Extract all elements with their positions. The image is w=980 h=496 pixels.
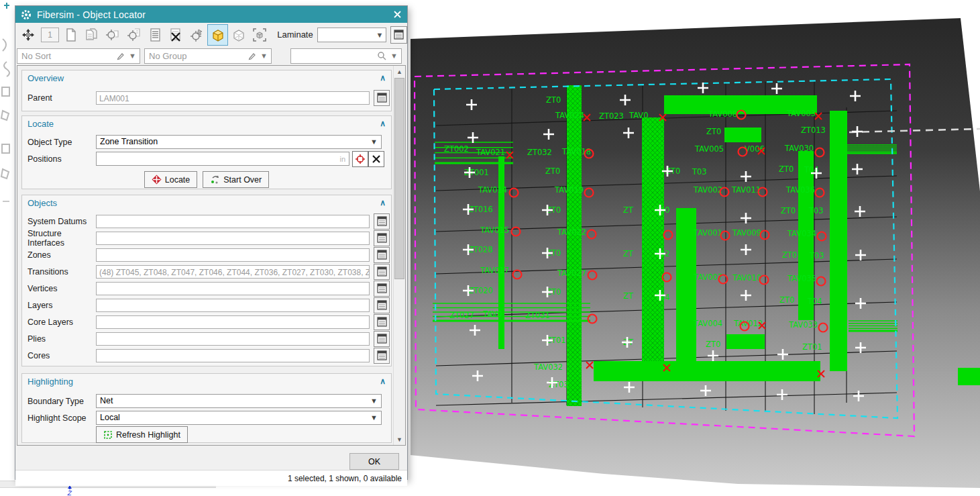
highlighted-transition-band[interactable] [726,334,765,349]
chevron-down-icon: ▼ [370,394,378,408]
list-picker-button[interactable] [374,348,390,364]
object-label: ZT031 [525,311,550,320]
chevron-down-icon[interactable]: ▼ [374,31,386,39]
pick-position-button[interactable] [352,151,368,167]
list-picker-button[interactable] [374,314,390,330]
z-axis-triad-icon: Z [63,485,76,496]
boundary-type-select[interactable]: Net ▼ [96,394,382,408]
highlight-scope-select[interactable]: Local ▼ [96,411,382,425]
object-label: ZT0 [782,250,797,260]
field-input[interactable] [96,232,370,245]
pencil-icon [248,51,257,60]
highlighted-transition-band[interactable] [830,111,847,371]
refresh-highlight-button[interactable]: Refresh Highlight [96,426,188,443]
object-label: ZT0 [706,340,720,349]
collapse-chevron-icon[interactable]: ∧ [380,119,386,128]
wireframe-box-icon[interactable] [229,24,249,46]
object-label: ZT0 [781,206,796,215]
locate-pages-icon[interactable] [123,24,144,46]
laminate-list-button[interactable] [390,26,407,44]
field-label: Layers [28,301,96,310]
field-input[interactable] [96,299,370,312]
list-picker-button[interactable] [374,230,390,246]
new-page-icon[interactable] [61,24,81,46]
object-label: TAV014 [478,185,507,195]
field-input[interactable] [96,248,370,262]
close-icon[interactable] [387,6,407,23]
locate-diamond-icon [152,175,162,185]
field-input[interactable]: (48) ZT045, ZT048, ZT047, ZT046, ZT044, … [96,265,370,279]
locate-page-icon[interactable] [103,24,123,46]
field-input[interactable] [96,349,370,362]
scroll-up-icon[interactable]: ▲ [394,66,405,77]
collapse-chevron-icon[interactable]: ∧ [380,377,386,386]
count-box[interactable]: 1 [41,28,58,42]
copy-pages-icon[interactable] [82,24,102,46]
object-type-select[interactable]: Zone Transition ▼ [96,135,382,149]
ok-button[interactable]: OK [349,453,399,470]
object-field-row: System Datums [22,213,391,230]
dialog-titlebar[interactable]: Fibersim - Object Locator [15,6,407,23]
list-picker-button[interactable] [374,331,390,347]
positions-label: Positions [28,154,96,164]
search-input[interactable]: ▼ [290,48,402,64]
group-combobox[interactable]: No Group ▼ [144,48,272,64]
chevron-down-icon[interactable]: ▼ [125,52,140,60]
list-picker-button[interactable] [374,247,390,263]
list-picker-button[interactable] [374,281,390,297]
solid-box-icon[interactable] [207,24,227,46]
list-picker-button[interactable] [374,264,390,280]
field-input[interactable] [96,215,370,228]
list-picker-button[interactable] [374,213,390,230]
dialog-scrollbar[interactable]: ▲ ▼ [393,66,405,445]
object-field-row: Plies [22,330,391,347]
object-label: ZT023 [599,111,624,121]
list-picker-button[interactable] [374,297,390,313]
chevron-down-icon[interactable]: ▼ [257,52,271,60]
object-label: ZT [623,205,634,215]
start-over-icon [210,175,220,185]
scroll-down-icon[interactable]: ▼ [394,434,405,445]
group-title: Locate [28,119,54,129]
scrollbar-thumb[interactable] [394,78,404,279]
field-input[interactable] [96,282,370,295]
delete-list-icon[interactable] [166,24,186,46]
object-field-row: Structure Interfaces [22,230,391,246]
collapse-chevron-icon[interactable]: ∧ [380,73,386,83]
clear-positions-button[interactable] [368,151,384,167]
laminate-combobox[interactable]: ▼ [317,28,387,42]
object-field-row: Layers [22,297,391,313]
parent-list-button[interactable] [374,90,390,106]
bracket-box-icon[interactable] [250,24,270,46]
field-input[interactable] [96,315,370,329]
field-input[interactable] [96,332,370,346]
highlighting-header[interactable]: Highlighting ∧ [22,374,391,389]
object-label: TAV003 [786,109,816,118]
object-field-row: Vertices [22,280,391,297]
object-label: ZT [623,291,634,301]
object-label: TAV010 [732,273,761,283]
highlighted-transition-band[interactable] [958,368,980,385]
move-icon[interactable] [18,24,38,46]
locate-pick-icon[interactable] [186,24,207,46]
positions-input[interactable]: in [96,152,349,166]
object-field-row: Core Layers [22,313,391,330]
parent-input[interactable]: LAM001 [96,91,370,105]
objects-header[interactable]: Objects ∧ [22,195,391,210]
overview-header[interactable]: Overview ∧ [22,70,391,85]
highlight-scope-label: Highlight Scope [28,413,96,423]
collapse-chevron-icon[interactable]: ∧ [380,198,386,207]
highlighted-transition-band[interactable] [724,128,761,142]
list-page-icon[interactable] [145,24,165,46]
overview-group: Overview ∧ Parent LAM001 [21,70,392,111]
object-label: ZT0 [545,166,560,176]
start-over-button[interactable]: Start Over [203,171,269,188]
laminate-label: Laminate [277,30,313,40]
locate-button[interactable]: Locate [144,171,198,188]
sort-combobox[interactable]: No Sort ▼ [17,48,140,64]
locate-header[interactable]: Locate ∧ [22,116,391,131]
object-field-row: Zones [22,246,391,263]
chevron-down-icon[interactable]: ▼ [387,52,401,60]
field-label: Cores [28,351,96,360]
highlighted-transition-band[interactable] [594,361,820,381]
